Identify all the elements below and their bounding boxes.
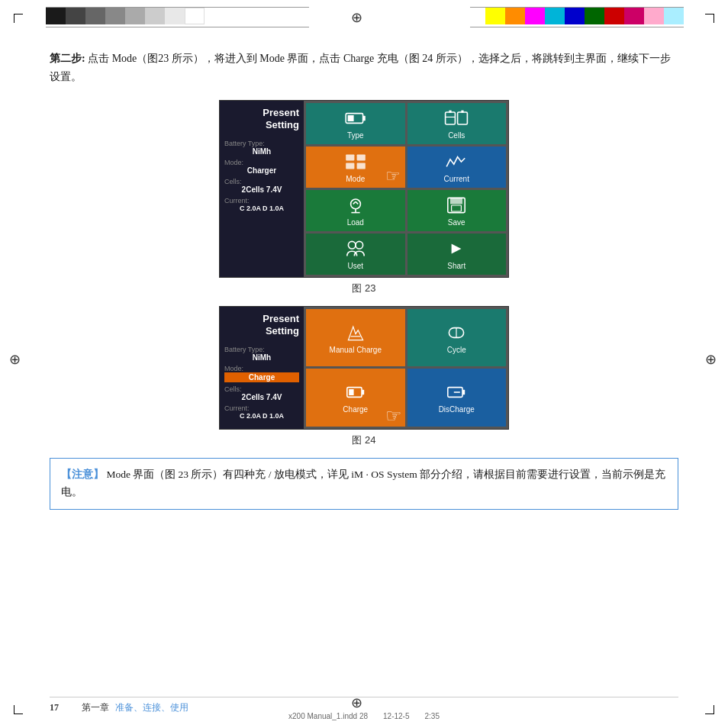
color-bar-lightblue bbox=[664, 8, 684, 24]
printer-file: x200 Manual_1.indd 28 bbox=[288, 712, 368, 720]
save-icon bbox=[444, 195, 469, 216]
color-bar-orange-r bbox=[505, 8, 525, 24]
fig24-battery-value: NiMh bbox=[224, 353, 299, 362]
figure-24-container: PresentSetting Battery Type: NiMh Mode: … bbox=[50, 306, 678, 448]
fig23-uset-label: Uset bbox=[347, 262, 363, 270]
hand-cursor-fig23: ☞ bbox=[385, 166, 401, 186]
color-bar-gray2 bbox=[105, 8, 125, 24]
fig23-mode-cell[interactable]: Mode ☞ bbox=[306, 147, 405, 188]
chapter-label: 第一章 bbox=[82, 701, 109, 714]
svg-rect-8 bbox=[346, 154, 354, 160]
fig24-cells-label: Cells: bbox=[224, 385, 299, 393]
color-bar-lightgray bbox=[165, 8, 185, 24]
color-bar-gray4 bbox=[145, 8, 165, 24]
svg-rect-18 bbox=[450, 198, 462, 204]
top-rule-line2 bbox=[46, 27, 309, 27]
fig23-cells-row: Cells: 2Cells 7.4V bbox=[224, 178, 299, 194]
top-rule-line bbox=[46, 7, 309, 8]
svg-rect-7 bbox=[462, 110, 464, 112]
fig23-mode-row: Mode: Charger bbox=[224, 159, 299, 175]
fig24-current-row: Current: C 2.0A D 1.0A bbox=[224, 404, 299, 420]
fig23-save-cell[interactable]: Save bbox=[407, 190, 507, 231]
footer-rule bbox=[50, 697, 678, 697]
color-bar-yellow bbox=[485, 8, 505, 24]
fig23-current-label: Current: bbox=[224, 197, 299, 205]
fig24-manual-charge-cell[interactable]: Manual Charge bbox=[306, 309, 405, 367]
fig24-battery-label: Battery Type: bbox=[224, 346, 299, 353]
current-icon bbox=[444, 151, 469, 172]
fig23-left-panel: PresentSetting Battery Type: NiMh Mode: … bbox=[220, 101, 304, 277]
fig24-manual-charge-label: Manual Charge bbox=[330, 346, 382, 354]
fig23-shart-label: Shart bbox=[447, 262, 465, 270]
printer-date: 12-12-5 bbox=[383, 712, 409, 720]
fig23-type-cell[interactable]: Type bbox=[306, 103, 405, 144]
fig23-shart-cell[interactable]: Shart bbox=[407, 234, 507, 275]
fig23-type-label: Type bbox=[347, 131, 364, 140]
charge-icon bbox=[343, 382, 368, 403]
svg-rect-27 bbox=[362, 390, 364, 395]
fig23-current-label-cell: Current bbox=[444, 175, 469, 183]
svg-rect-30 bbox=[462, 390, 465, 395]
fig23-battery-value: NiMh bbox=[224, 147, 299, 156]
fig23-load-cell[interactable]: Load bbox=[306, 190, 405, 231]
color-bar-cyan bbox=[545, 8, 565, 24]
fig23-cells-label-cell: Cells bbox=[448, 131, 465, 140]
fig23-cells-value: 2Cells 7.4V bbox=[224, 185, 299, 194]
color-bar-gray1 bbox=[85, 8, 105, 24]
fig24-mode-value: Charge bbox=[224, 372, 299, 382]
fig23-cells-cell[interactable]: Cells bbox=[407, 103, 507, 144]
step-text: 第二步: 点击 Mode（图23 所示），将进入到 Mode 界面，点击 Cha… bbox=[50, 50, 678, 86]
notice-text: Mode 界面（图 23 所示）有四种充 / 放电模式，详见 iM · OS S… bbox=[61, 469, 665, 498]
fig24-cycle-cell[interactable]: Cycle bbox=[407, 309, 507, 367]
fig24-ui-box: PresentSetting Battery Type: NiMh Mode: … bbox=[219, 306, 509, 430]
uset-icon bbox=[343, 238, 368, 259]
fig23-mode-value: Charger bbox=[224, 166, 299, 175]
fig24-discharge-cell[interactable]: DisCharge bbox=[407, 369, 507, 427]
mode-icon bbox=[343, 151, 368, 172]
color-bar-black bbox=[46, 8, 66, 24]
svg-rect-4 bbox=[449, 110, 452, 112]
fig24-grid: Manual Charge Cycle bbox=[304, 307, 508, 430]
fig23-battery-row: Battery Type: NiMh bbox=[224, 140, 299, 156]
svg-rect-3 bbox=[446, 112, 456, 124]
reg-mark-right: ⊕ bbox=[705, 351, 717, 368]
top-rule-right2 bbox=[470, 27, 684, 27]
load-icon bbox=[343, 195, 368, 216]
svg-rect-28 bbox=[349, 389, 353, 395]
crop-mark-bl bbox=[14, 699, 29, 714]
fig24-battery-row: Battery Type: NiMh bbox=[224, 346, 299, 362]
fig23-load-label: Load bbox=[347, 218, 364, 227]
printer-info: x200 Manual_1.indd 28 12-12-5 2:35 bbox=[288, 712, 440, 720]
fig24-mode-label: Mode: bbox=[224, 365, 299, 372]
fig23-uset-cell[interactable]: Uset bbox=[306, 234, 405, 275]
reg-mark-top: ⊕ bbox=[351, 9, 362, 26]
top-rule-right bbox=[470, 7, 684, 8]
chapter-link[interactable]: 准备、连接、使用 bbox=[115, 701, 188, 714]
fig23-save-label: Save bbox=[448, 218, 465, 227]
svg-line-16 bbox=[356, 201, 358, 204]
fig24-left-panel: PresentSetting Battery Type: NiMh Mode: … bbox=[220, 307, 304, 430]
fig24-cells-row: Cells: 2Cells 7.4V bbox=[224, 385, 299, 401]
discharge-icon bbox=[444, 382, 469, 403]
fig23-current-cell[interactable]: Current bbox=[407, 147, 507, 188]
fig24-current-label: Current: bbox=[224, 404, 299, 412]
fig24-cycle-label: Cycle bbox=[447, 346, 466, 354]
svg-point-21 bbox=[356, 241, 363, 249]
fig23-grid: Type Cells bbox=[304, 101, 508, 277]
svg-rect-11 bbox=[356, 163, 365, 169]
fig23-cells-label: Cells: bbox=[224, 178, 299, 185]
svg-rect-6 bbox=[458, 112, 468, 124]
fig23-current-row: Current: C 2.0A D 1.0A bbox=[224, 197, 299, 212]
fig24-cells-value: 2Cells 7.4V bbox=[224, 393, 299, 401]
printer-time: 2:35 bbox=[424, 712, 439, 720]
fig24-mode-row: Mode: Charge bbox=[224, 365, 299, 382]
notice-bracket: 【注意】 bbox=[61, 469, 104, 480]
fig24-discharge-label: DisCharge bbox=[439, 405, 475, 414]
figure-23-container: PresentSetting Battery Type: NiMh Mode: … bbox=[50, 100, 678, 295]
color-bars-left bbox=[46, 8, 205, 24]
cycle-icon bbox=[444, 322, 469, 343]
crop-mark-tr bbox=[699, 14, 714, 29]
fig24-charge-cell[interactable]: Charge ☞ bbox=[306, 369, 405, 427]
crop-mark-br bbox=[699, 699, 714, 714]
color-bar-blue-r bbox=[565, 8, 585, 24]
